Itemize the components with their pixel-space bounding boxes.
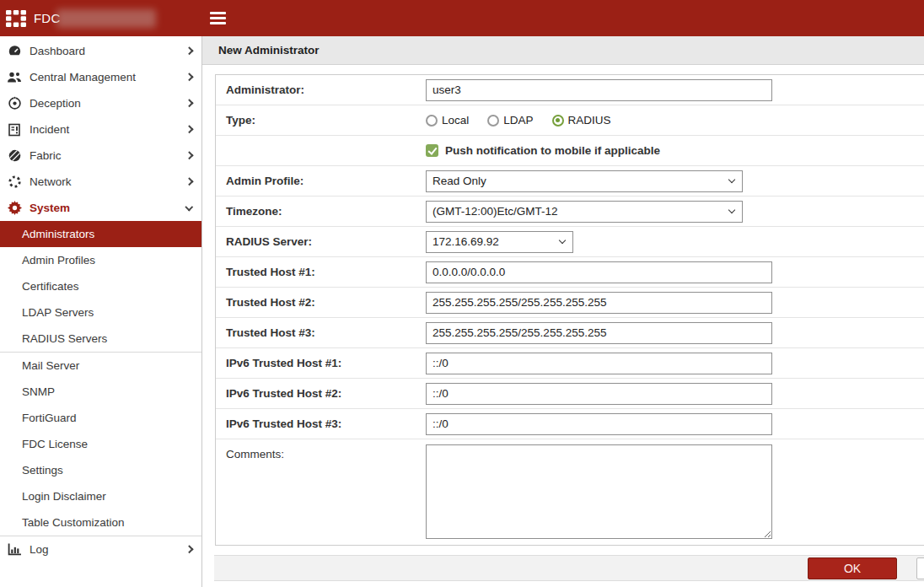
sidebar-item-mail-server[interactable]: Mail Server <box>0 353 201 379</box>
chevron-right-icon <box>185 47 192 55</box>
form-row-trusted-host-3: Trusted Host #3: <box>216 318 924 348</box>
sidebar-item-table-customization[interactable]: Table Customization <box>0 509 201 536</box>
sidebar-item-label: Dashboard <box>30 45 186 57</box>
sidebar-subitem-label: Login Disclaimer <box>22 490 106 503</box>
sidebar-item-radius-servers[interactable]: RADIUS Servers <box>0 326 201 352</box>
trusted-host-1-input[interactable] <box>426 261 772 283</box>
hamburger-menu-icon[interactable] <box>210 12 226 27</box>
select-value: 172.16.69.92 <box>432 235 499 248</box>
type-label: Type: <box>216 114 426 127</box>
radio-label: Local <box>442 114 469 127</box>
sidebar-item-fdc-license[interactable]: FDC License <box>0 431 201 457</box>
sidebar-item-incident[interactable]: Incident <box>0 116 201 143</box>
gear-icon <box>6 200 23 216</box>
top-navbar: FDC <box>0 0 924 36</box>
sidebar-item-network[interactable]: Network <box>0 169 201 195</box>
sidebar-subitem-label: LDAP Servers <box>22 306 94 319</box>
sidebar-item-admin-profiles[interactable]: Admin Profiles <box>0 247 201 273</box>
network-icon <box>6 174 23 190</box>
radio-unchecked-icon <box>487 115 499 127</box>
sidebar-subitem-label: SNMP <box>22 385 55 398</box>
sidebar-item-settings[interactable]: Settings <box>0 457 201 483</box>
sidebar-subitem-label: Mail Server <box>22 359 79 372</box>
sidebar-item-administrators[interactable]: Administrators <box>0 221 201 247</box>
sidebar-item-central-management[interactable]: Central Management <box>0 64 201 90</box>
form-row-type: Type: Local LDAP RADIUS <box>216 105 924 136</box>
sidebar-subitem-label: RADIUS Servers <box>22 332 107 345</box>
select-value: (GMT-12:00)Etc/GMT-12 <box>432 205 558 218</box>
chevron-right-icon <box>185 126 192 133</box>
sidebar-item-certificates[interactable]: Certificates <box>0 273 201 299</box>
users-icon <box>6 69 23 85</box>
comments-textarea[interactable] <box>426 444 772 539</box>
sidebar-subitem-label: Settings <box>22 464 63 477</box>
radius-server-select[interactable]: 172.16.69.92 <box>426 231 573 253</box>
trusted-host-3-label: Trusted Host #3: <box>216 326 426 339</box>
form-row-administrator: Administrator: <box>216 75 924 105</box>
sidebar-subitem-label: FDC License <box>22 438 88 450</box>
form-row-trusted-host-2: Trusted Host #2: <box>216 288 924 318</box>
trusted-host-2-label: Trusted Host #2: <box>216 296 426 309</box>
main-content: New Administrator Administrator: Type: L… <box>202 36 924 587</box>
form-row-admin-profile: Admin Profile: Read Only <box>216 166 924 197</box>
comments-label: Comments: <box>216 439 426 460</box>
timezone-label: Timezone: <box>216 205 426 218</box>
ipv6-trusted-host-1-input[interactable] <box>426 353 772 374</box>
sidebar-item-fabric[interactable]: Fabric <box>0 143 201 169</box>
sidebar-item-label: Central Management <box>30 71 186 83</box>
sidebar-subitem-label: FortiGuard <box>22 412 77 424</box>
chevron-right-icon <box>185 546 192 553</box>
sidebar-item-fortiguard[interactable]: FortiGuard <box>0 405 201 431</box>
ok-button[interactable]: OK <box>808 557 897 579</box>
form-row-ipv6-trusted-host-3: IPv6 Trusted Host #3: <box>216 409 924 439</box>
trusted-host-1-label: Trusted Host #1: <box>216 266 426 278</box>
chevron-right-icon <box>185 100 192 107</box>
sidebar-item-log[interactable]: Log <box>0 536 201 563</box>
form-row-timezone: Timezone: (GMT-12:00)Etc/GMT-12 <box>216 197 924 227</box>
type-radio-radius[interactable]: RADIUS <box>552 114 611 127</box>
form-row-push-notification: Push notification to mobile if applicabl… <box>216 136 924 166</box>
fortinet-grid-icon <box>6 10 26 27</box>
admin-profile-select[interactable]: Read Only <box>426 170 743 192</box>
timezone-select[interactable]: (GMT-12:00)Etc/GMT-12 <box>426 201 743 223</box>
ipv6-trusted-host-2-input[interactable] <box>426 383 772 405</box>
radius-server-label: RADIUS Server: <box>216 235 426 248</box>
radio-label: RADIUS <box>568 114 611 127</box>
ipv6-trusted-host-3-label: IPv6 Trusted Host #3: <box>216 417 426 430</box>
sidebar-item-deception[interactable]: Deception <box>0 90 201 116</box>
new-administrator-form: Administrator: Type: Local LDAP <box>215 74 924 546</box>
type-radio-local[interactable]: Local <box>426 114 469 127</box>
push-notification-checkbox[interactable]: Push notification to mobile if applicabl… <box>426 144 660 157</box>
sidebar-subitem-label: Administrators <box>22 228 94 240</box>
chevron-down-icon <box>728 176 735 183</box>
sidebar-item-dashboard[interactable]: Dashboard <box>0 38 201 64</box>
admin-profile-label: Admin Profile: <box>216 175 426 187</box>
cancel-button-partial[interactable] <box>916 557 924 579</box>
sidebar-item-label: System <box>30 202 186 214</box>
sidebar-item-login-disclaimer[interactable]: Login Disclaimer <box>0 483 201 509</box>
target-icon <box>6 95 23 111</box>
radio-label: LDAP <box>503 114 533 127</box>
trusted-host-3-input[interactable] <box>426 322 772 344</box>
sidebar-item-snmp[interactable]: SNMP <box>0 379 201 405</box>
form-footer-bar: OK <box>214 555 924 581</box>
gauge-icon <box>6 43 23 59</box>
sidebar-item-system[interactable]: System <box>0 195 201 221</box>
sidebar-subitem-label: Certificates <box>22 280 79 293</box>
ipv6-trusted-host-3-input[interactable] <box>426 413 772 435</box>
form-row-comments: Comments: <box>216 439 924 545</box>
administrator-input[interactable] <box>426 79 772 101</box>
radio-checked-icon <box>552 115 564 127</box>
form-row-trusted-host-1: Trusted Host #1: <box>216 257 924 288</box>
type-radio-ldap[interactable]: LDAP <box>487 114 533 127</box>
chevron-down-icon <box>559 237 566 244</box>
chevron-down-icon <box>185 202 192 210</box>
administrator-label: Administrator: <box>216 83 426 96</box>
sidebar-item-ldap-servers[interactable]: LDAP Servers <box>0 299 201 326</box>
push-notification-label: Push notification to mobile if applicabl… <box>445 144 660 157</box>
trusted-host-2-input[interactable] <box>426 292 772 314</box>
sidebar-subitem-label: Admin Profiles <box>22 254 95 267</box>
ipv6-trusted-host-1-label: IPv6 Trusted Host #1: <box>216 357 426 369</box>
incident-report-icon <box>6 121 23 137</box>
form-row-ipv6-trusted-host-1: IPv6 Trusted Host #1: <box>216 348 924 379</box>
